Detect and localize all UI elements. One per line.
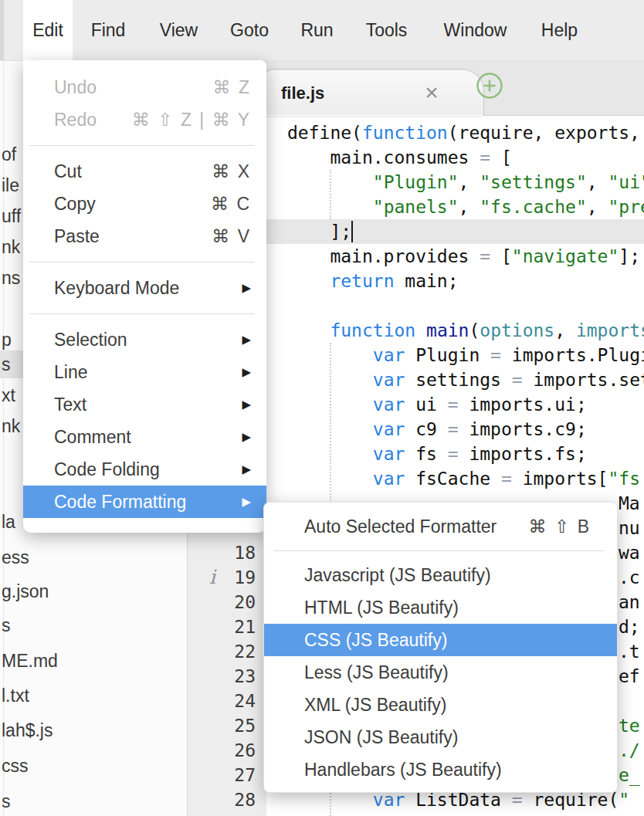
format-menu-item-javascript-js-beautify-[interactable]: Javascript (JS Beautify)	[264, 559, 617, 591]
code-token-d: imports.c9;	[459, 419, 587, 439]
gutter-line-number: 21	[234, 615, 256, 639]
edit-menu-item-cut[interactable]: Cut⌘ X	[23, 155, 266, 188]
menubar-item-tools[interactable]: Tools	[354, 0, 419, 60]
menu-item-label: Redo	[54, 103, 97, 136]
submenu-arrow-icon: ▶	[242, 486, 251, 518]
code-token-k: var	[373, 444, 405, 464]
menu-item-label: Comment	[54, 421, 131, 453]
edit-menu-item-code-folding[interactable]: Code Folding▶	[23, 453, 266, 486]
code-line-11: var settings = imports.settings;	[287, 367, 644, 392]
menu-item-shortcut: ⌘ V	[212, 220, 251, 252]
tree-item[interactable]: ess	[2, 545, 29, 570]
code-token-d	[287, 469, 373, 489]
gutter-info-icon[interactable]: i	[205, 565, 220, 590]
code-token-d: imports.ui;	[459, 394, 587, 415]
menubar-item-goto[interactable]: Goto	[219, 0, 280, 60]
tab-close-icon[interactable]: ×	[419, 71, 445, 115]
edit-menu-item-redo[interactable]: Redo⌘ ⇧ Z | ⌘ Y	[23, 103, 266, 136]
menu-item-shortcut: ⌘ ⇧ B	[529, 510, 591, 543]
tree-item[interactable]: css	[2, 753, 29, 778]
edit-menu-item-code-formatting[interactable]: Code Formatting▶	[23, 486, 266, 518]
tree-item[interactable]: of	[2, 142, 16, 167]
code-fragment-line-22: .t	[619, 639, 640, 664]
edit-menu-item-selection[interactable]: Selection▶	[23, 323, 266, 356]
menubar-item-window[interactable]: Window	[432, 0, 519, 60]
tree-item[interactable]: g.json	[2, 579, 49, 604]
tree-item[interactable]: nk	[2, 235, 20, 259]
format-menu-item-css-js-beautify-[interactable]: CSS (JS Beautify)	[264, 624, 617, 656]
format-menu-item-less-js-beautify-[interactable]: Less (JS Beautify)	[264, 656, 617, 689]
tree-item[interactable]: s	[2, 352, 11, 377]
menu-item-shortcut: ⌘ C	[211, 188, 251, 220]
code-line-9: function main(options, imports, register…	[287, 318, 644, 343]
code-token-d	[287, 320, 330, 340]
tree-item[interactable]: lah$.js	[2, 718, 53, 743]
code-token-d	[287, 271, 330, 291]
format-menu-item-xml-js-beautify-[interactable]: XML (JS Beautify)	[264, 689, 617, 721]
menu-item-shortcut: ⌘ ⇧ Z | ⌘ Y	[132, 103, 251, 136]
code-token-d: imports.fs;	[459, 444, 587, 464]
code-token-d	[287, 345, 373, 365]
edit-menu-separator	[29, 313, 254, 314]
code-fragment-line-16: Ma	[619, 491, 640, 516]
tree-item[interactable]: ile	[2, 173, 19, 198]
tree-item[interactable]: xt	[2, 383, 15, 408]
code-token-d	[287, 394, 373, 415]
menubar-item-view[interactable]: View	[149, 0, 208, 60]
edit-menu-item-comment[interactable]: Comment▶	[23, 421, 266, 453]
code-token-d: define(	[287, 123, 362, 143]
menubar-item-edit[interactable]: Edit	[23, 0, 73, 60]
code-token-s: "	[619, 790, 629, 810]
menubar-item-help[interactable]: Help	[530, 0, 588, 60]
menu-item-label: Cut	[54, 155, 82, 188]
menu-item-label: Text	[54, 388, 86, 421]
tab-file-js[interactable]: file.js ×	[265, 70, 483, 116]
code-fragment-line-19: .c	[619, 565, 640, 590]
menubar: EditFindViewGotoRunToolsWindowHelp	[0, 0, 644, 61]
tree-item[interactable]: ME.md	[2, 648, 58, 673]
menubar-item-run[interactable]: Run	[291, 0, 343, 60]
edit-menu-item-undo[interactable]: Undo⌘ Z	[23, 71, 266, 103]
code-fragment-line-17: nu	[619, 516, 640, 540]
menu-item-label: JSON (JS Beautify)	[304, 721, 458, 753]
code-token-d: (require, exports, module) {	[448, 123, 644, 143]
code-token-k: var	[373, 345, 405, 365]
edit-menu-dropdown: Undo⌘ ZRedo⌘ ⇧ Z | ⌘ YCut⌘ XCopy⌘ CPaste…	[23, 60, 266, 533]
code-line-5: ];	[287, 219, 351, 244]
gutter-line-number: 20	[234, 590, 256, 615]
tree-item[interactable]: la	[2, 510, 15, 534]
tree-item[interactable]: nk	[2, 414, 20, 438]
edit-menu-item-copy[interactable]: Copy⌘ C	[23, 188, 266, 220]
tree-item[interactable]: ns	[2, 266, 20, 290]
submenu-arrow-icon: ▶	[242, 272, 251, 304]
gutter-line-number: 23	[234, 664, 256, 689]
code-token-s: "navigate"	[512, 246, 619, 266]
gutter-line-number: 19	[234, 565, 256, 590]
code-fragment-line-20: an	[619, 590, 640, 615]
format-menu-item-auto-selected-formatter[interactable]: Auto Selected Formatter⌘ ⇧ B	[264, 510, 617, 543]
edit-menu-item-paste[interactable]: Paste⌘ V	[23, 220, 266, 252]
menu-item-label: Javascript (JS Beautify)	[304, 559, 491, 591]
edit-menu-item-text[interactable]: Text▶	[23, 388, 266, 421]
code-token-o: =	[448, 419, 459, 439]
format-menu-item-handlebars-js-beautify-[interactable]: Handlebars (JS Beautify)	[264, 753, 617, 786]
edit-menu-item-line[interactable]: Line▶	[23, 356, 266, 388]
code-token-k: var	[373, 419, 405, 439]
tree-item[interactable]: s	[2, 789, 11, 814]
edit-menu-item-keyboard-mode[interactable]: Keyboard Mode▶	[23, 272, 266, 304]
code-fragment-line-26: ./	[619, 738, 640, 763]
tree-item[interactable]: uff	[2, 204, 21, 229]
format-menu-item-json-js-beautify-[interactable]: JSON (JS Beautify)	[264, 721, 617, 753]
submenu-arrow-icon: ▶	[242, 356, 251, 388]
tree-item[interactable]: l.txt	[2, 683, 29, 708]
menu-item-label: Code Folding	[54, 453, 160, 486]
code-line-12: var ui = imports.ui;	[287, 392, 587, 417]
tree-item[interactable]: p	[2, 327, 12, 352]
code-token-s: "fs.cache"	[480, 197, 586, 217]
tree-item[interactable]: s	[2, 613, 11, 638]
format-menu-item-html-js-beautify-[interactable]: HTML (JS Beautify)	[264, 591, 617, 624]
new-tab-button[interactable]	[476, 72, 503, 100]
menubar-item-find[interactable]: Find	[80, 0, 137, 60]
code-line-2: main.consumes = [	[287, 145, 512, 170]
gutter-line-number: 18	[234, 540, 256, 565]
